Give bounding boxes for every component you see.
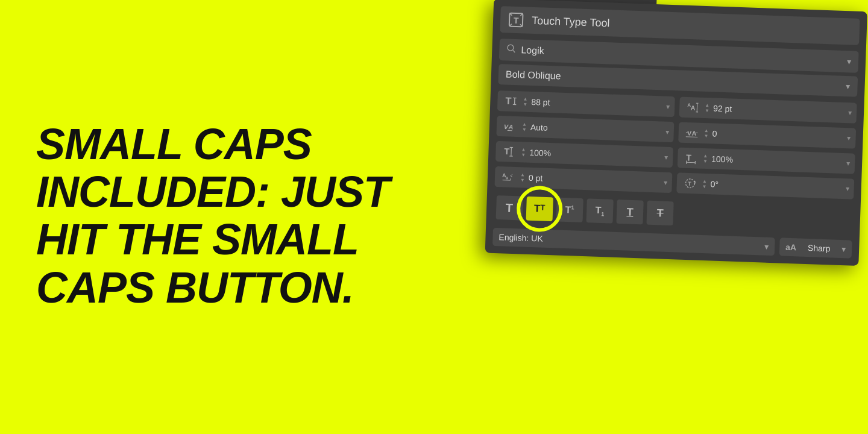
character-panel: T Touch Type Tool Logik [485,0,867,266]
rotation-spinners[interactable]: ▲ ▼ [702,178,708,189]
vertical-scale-icon: T [500,145,518,158]
v-scale-up[interactable]: ▲ [521,147,526,152]
headline-text: Small Caps Included: Just Hit The Small … [36,121,398,312]
svg-line-30 [687,162,696,163]
underline-button[interactable]: T [616,200,643,225]
headline-line2: Included: Just [36,168,398,216]
anti-alias-field[interactable]: aA Sharp ▾ [779,237,852,258]
baseline-shift-icon: A a [500,171,517,183]
all-caps-button[interactable]: T [496,195,523,221]
rotation-value: 0° [710,179,842,193]
vertical-scale-value: 100% [529,148,661,162]
svg-text:A: A [508,123,513,130]
svg-text:T: T [688,181,691,187]
tracking-dropdown[interactable]: ▾ [847,134,851,142]
font-size-down[interactable]: ▼ [523,102,527,107]
leading-spinners[interactable]: ▲ ▼ [705,102,710,113]
font-name-dropdown[interactable]: ▾ [847,57,852,66]
subscript-label: T1 [595,205,604,218]
svg-line-26 [511,148,512,157]
kerning-value: Auto [530,122,662,137]
superscript-label: T1 [565,204,574,216]
anti-alias-icon: aA [785,242,796,253]
font-style-dropdown[interactable]: ▾ [846,81,851,91]
baseline-shift-spinners[interactable]: ▲ ▼ [520,172,526,183]
font-size-value: 88 pt [531,97,663,112]
small-caps-button[interactable]: TT [526,197,553,222]
leading-down[interactable]: ▼ [705,108,709,113]
headline-line1: Small Caps [36,121,398,168]
svg-point-6 [508,45,514,51]
tracking-field[interactable]: V A ▲ ▼ 0 ▾ [678,122,856,148]
kerning-spinners[interactable]: ▲ ▼ [522,122,527,132]
underline-label: T [626,206,634,218]
baseline-shift-up[interactable]: ▲ [520,172,525,177]
svg-line-38 [511,174,512,175]
horizontal-scale-field[interactable]: T ▲ ▼ 100% ▾ [678,147,855,174]
v-scale-spinners[interactable]: ▲ ▼ [521,147,526,157]
rotation-icon: T [682,177,699,190]
h-scale-spinners[interactable]: ▲ ▼ [703,153,708,163]
kerning-up[interactable]: ▲ [522,122,527,127]
panel-wrapper: Character T Touch Type Tool [479,0,868,434]
svg-line-7 [513,50,515,52]
language-field[interactable]: English: UK ▾ [492,228,775,256]
baseline-shift-field[interactable]: A a ▲ ▼ 0 pt ▾ [494,166,672,193]
headline-line3: Hit The Small [36,216,398,263]
all-caps-label: T [505,201,514,215]
leading-dropdown[interactable]: ▾ [848,108,852,117]
anti-alias-value: Sharp [808,243,831,253]
baseline-shift-value: 0 pt [529,173,661,187]
format-buttons-row: T TT T1 T1 T T [493,192,853,236]
rotation-dropdown[interactable]: ▾ [845,184,849,193]
leading-up[interactable]: ▲ [705,102,709,107]
leading-value: 92 pt [713,103,845,118]
touch-type-icon: T [508,11,525,28]
baseline-shift-dropdown[interactable]: ▾ [664,178,667,187]
font-size-spinners[interactable]: ▲ ▼ [523,96,528,107]
tool-name-label: Touch Type Tool [532,14,610,30]
rotation-field[interactable]: T ▲ ▼ 0° ▾ [676,172,854,199]
kerning-field[interactable]: V A ▲ ▼ Auto ▾ [496,116,674,142]
language-dropdown[interactable]: ▾ [764,242,769,251]
svg-text:T: T [514,16,520,25]
svg-text:A: A [692,130,697,137]
font-style-value: Bold Oblique [506,69,561,81]
h-scale-up[interactable]: ▲ [703,153,708,158]
leading-field[interactable]: A A ▲ ▼ 92 pt ▾ [679,97,857,124]
h-scale-dropdown[interactable]: ▾ [846,159,850,168]
svg-text:A: A [690,104,695,112]
baseline-shift-down[interactable]: ▼ [520,178,525,183]
strikethrough-label: T [656,207,664,219]
svg-line-15 [697,103,697,112]
vertical-scale-field[interactable]: T ▲ ▼ 100% ▾ [495,141,673,168]
rotation-down[interactable]: ▼ [702,184,707,189]
tracking-up[interactable]: ▲ [704,128,709,133]
font-name-value: Logik [521,45,847,67]
horizontal-scale-value: 100% [711,154,843,168]
font-size-up[interactable]: ▲ [523,96,527,101]
tracking-spinners[interactable]: ▲ ▼ [703,128,709,138]
font-size-dropdown[interactable]: ▾ [666,102,670,111]
anti-alias-dropdown[interactable]: ▾ [841,244,846,254]
tracking-down[interactable]: ▼ [703,133,708,138]
svg-line-37 [511,175,512,177]
svg-text:T: T [505,95,512,106]
touch-type-tool-row[interactable]: T Touch Type Tool [500,6,860,45]
font-size-icon: T [502,95,520,107]
svg-text:T: T [504,146,510,156]
v-scale-down[interactable]: ▼ [521,153,526,157]
h-scale-down[interactable]: ▼ [703,159,708,163]
v-scale-dropdown[interactable]: ▾ [664,153,668,162]
strikethrough-button[interactable]: T [646,201,673,226]
search-icon [506,43,517,56]
horizontal-scale-icon: T [682,152,700,165]
subscript-button[interactable]: T1 [586,198,613,224]
headline-line4: Caps Button. [36,264,398,312]
superscript-button[interactable]: T1 [556,197,583,222]
language-value: English: UK [498,232,543,244]
kerning-dropdown[interactable]: ▾ [665,128,669,136]
rotation-up[interactable]: ▲ [702,178,707,183]
font-size-field[interactable]: T ▲ ▼ 88 pt ▾ [497,90,675,117]
kerning-down[interactable]: ▼ [522,127,527,132]
